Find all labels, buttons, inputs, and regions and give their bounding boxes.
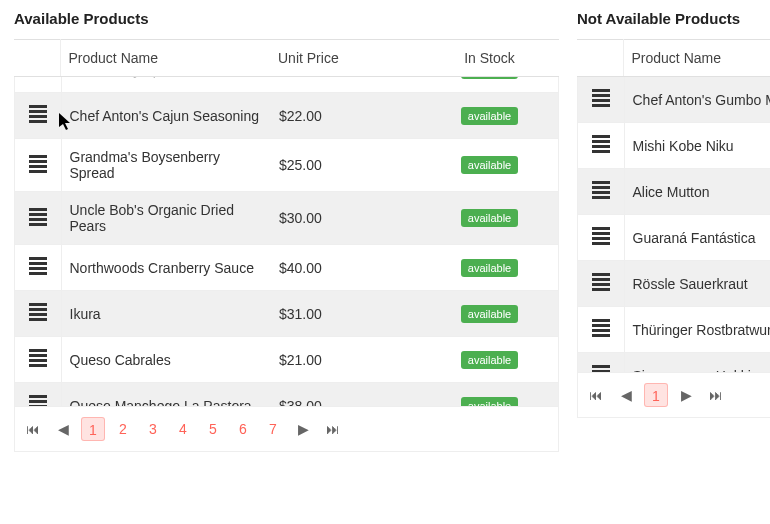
- available-products-panel: Available Products Product Name Unit Pri…: [14, 10, 559, 452]
- cell-product-name: Singaporean Hokkien Fried Mee: [624, 353, 770, 374]
- table-row[interactable]: Chef Anton's Cajun Seasoning$22.00availa…: [15, 93, 558, 139]
- cell-product-name: Aniseed Syrup: [61, 77, 271, 93]
- cell-unit-price: $25.00: [271, 139, 421, 192]
- cell-product-name: Queso Manchego La Pastora: [61, 383, 271, 408]
- cell-unit-price: $40.00: [271, 245, 421, 291]
- available-products-title: Available Products: [14, 10, 559, 27]
- pager-first[interactable]: ⏮: [584, 383, 608, 407]
- cell-product-name: Grandma's Boysenberry Spread: [61, 139, 271, 192]
- drag-handle-icon[interactable]: [29, 301, 47, 323]
- pager-prev[interactable]: ◀: [614, 383, 638, 407]
- drag-handle-icon[interactable]: [29, 153, 47, 175]
- cell-product-name: Ikura: [61, 291, 271, 337]
- pager-page[interactable]: 1: [644, 383, 668, 407]
- cell-unit-price: $38.00: [271, 383, 421, 408]
- drag-handle-icon[interactable]: [592, 179, 610, 201]
- drag-handle-icon[interactable]: [592, 363, 610, 373]
- cell-unit-price: $22.00: [271, 93, 421, 139]
- drag-handle-icon[interactable]: [592, 271, 610, 293]
- pager-page[interactable]: 6: [231, 417, 255, 441]
- cell-product-name: Chef Anton's Gumbo Mix: [624, 77, 770, 123]
- pager-page[interactable]: 2: [111, 417, 135, 441]
- status-badge: available: [461, 397, 518, 408]
- status-badge: available: [461, 156, 518, 174]
- cell-unit-price: $21.00: [271, 337, 421, 383]
- drag-handle-icon[interactable]: [29, 255, 47, 277]
- status-badge: available: [461, 305, 518, 323]
- pager-page[interactable]: 7: [261, 417, 285, 441]
- pager-last[interactable]: ⏭: [321, 417, 345, 441]
- status-badge: available: [461, 107, 518, 125]
- table-row[interactable]: Queso Manchego La Pastora$38.00available: [15, 383, 558, 408]
- pager-last[interactable]: ⏭: [704, 383, 728, 407]
- cell-product-name: Guaraná Fantástica: [624, 215, 770, 261]
- table-row[interactable]: Northwoods Cranberry Sauce$40.00availabl…: [15, 245, 558, 291]
- cell-unit-price: $30.00: [271, 192, 421, 245]
- cell-in-stock: available: [421, 139, 558, 192]
- table-row[interactable]: Grandma's Boysenberry Spread$25.00availa…: [15, 139, 558, 192]
- cell-in-stock: available: [421, 77, 558, 93]
- cell-product-name: Chef Anton's Cajun Seasoning: [61, 93, 271, 139]
- col-product-name[interactable]: Product Name: [60, 40, 270, 77]
- table-row[interactable]: Chef Anton's Gumbo Mix: [578, 77, 770, 123]
- drag-handle-header: [14, 40, 60, 77]
- col-unit-price[interactable]: Unit Price: [270, 40, 420, 77]
- not-available-products-header: Product Name: [577, 39, 770, 77]
- table-row[interactable]: Thüringer Rostbratwurst: [578, 307, 770, 353]
- pager-page[interactable]: 1: [81, 417, 105, 441]
- cell-in-stock: available: [421, 93, 558, 139]
- status-badge: available: [461, 209, 518, 227]
- available-products-header: Product Name Unit Price In Stock: [14, 39, 559, 77]
- available-pager: ⏮ ◀ 1234567 ▶ ⏭: [14, 407, 559, 452]
- table-row[interactable]: Uncle Bob's Organic Dried Pears$30.00ava…: [15, 192, 558, 245]
- cell-product-name: Mishi Kobe Niku: [624, 123, 770, 169]
- drag-handle-icon[interactable]: [592, 87, 610, 109]
- table-row[interactable]: Rössle Sauerkraut: [578, 261, 770, 307]
- cell-product-name: Uncle Bob's Organic Dried Pears: [61, 192, 271, 245]
- table-row[interactable]: Alice Mutton: [578, 169, 770, 215]
- not-available-pager: ⏮ ◀ 1 ▶ ⏭: [577, 373, 770, 418]
- cell-in-stock: available: [421, 383, 558, 408]
- status-badge: available: [461, 77, 518, 79]
- table-row[interactable]: Guaraná Fantástica: [578, 215, 770, 261]
- pager-page[interactable]: 3: [141, 417, 165, 441]
- table-row[interactable]: Aniseed Syrup$10.00available: [15, 77, 558, 93]
- drag-handle-icon[interactable]: [29, 347, 47, 369]
- drag-handle-icon[interactable]: [29, 77, 47, 79]
- cell-product-name: Alice Mutton: [624, 169, 770, 215]
- cell-product-name: Queso Cabrales: [61, 337, 271, 383]
- pager-first[interactable]: ⏮: [21, 417, 45, 441]
- cell-product-name: Thüringer Rostbratwurst: [624, 307, 770, 353]
- table-row[interactable]: Ikura$31.00available: [15, 291, 558, 337]
- not-available-products-title: Not Available Products: [577, 10, 770, 27]
- cell-in-stock: available: [421, 245, 558, 291]
- status-badge: available: [461, 259, 518, 277]
- pager-next[interactable]: ▶: [291, 417, 315, 441]
- drag-handle-icon[interactable]: [29, 103, 47, 125]
- drag-handle-icon[interactable]: [592, 317, 610, 339]
- available-products-body[interactable]: Aniseed Syrup$10.00availableChef Anton's…: [14, 77, 559, 407]
- not-available-products-panel: Not Available Products Product Name Chef…: [577, 10, 770, 452]
- drag-handle-icon[interactable]: [29, 206, 47, 228]
- cell-in-stock: available: [421, 192, 558, 245]
- drag-handle-header: [577, 40, 623, 77]
- pager-next[interactable]: ▶: [674, 383, 698, 407]
- cell-in-stock: available: [421, 337, 558, 383]
- table-row[interactable]: Queso Cabrales$21.00available: [15, 337, 558, 383]
- cell-unit-price: $31.00: [271, 291, 421, 337]
- status-badge: available: [461, 351, 518, 369]
- col-in-stock[interactable]: In Stock: [420, 40, 559, 77]
- drag-handle-icon[interactable]: [592, 225, 610, 247]
- cell-in-stock: available: [421, 291, 558, 337]
- pager-prev[interactable]: ◀: [51, 417, 75, 441]
- drag-handle-icon[interactable]: [592, 133, 610, 155]
- table-row[interactable]: Singaporean Hokkien Fried Mee: [578, 353, 770, 374]
- not-available-products-body[interactable]: Chef Anton's Gumbo MixMishi Kobe NikuAli…: [577, 77, 770, 373]
- col-product-name[interactable]: Product Name: [623, 40, 770, 77]
- cell-product-name: Rössle Sauerkraut: [624, 261, 770, 307]
- table-row[interactable]: Mishi Kobe Niku: [578, 123, 770, 169]
- drag-handle-icon[interactable]: [29, 393, 47, 407]
- pager-page[interactable]: 5: [201, 417, 225, 441]
- cell-unit-price: $10.00: [271, 77, 421, 93]
- pager-page[interactable]: 4: [171, 417, 195, 441]
